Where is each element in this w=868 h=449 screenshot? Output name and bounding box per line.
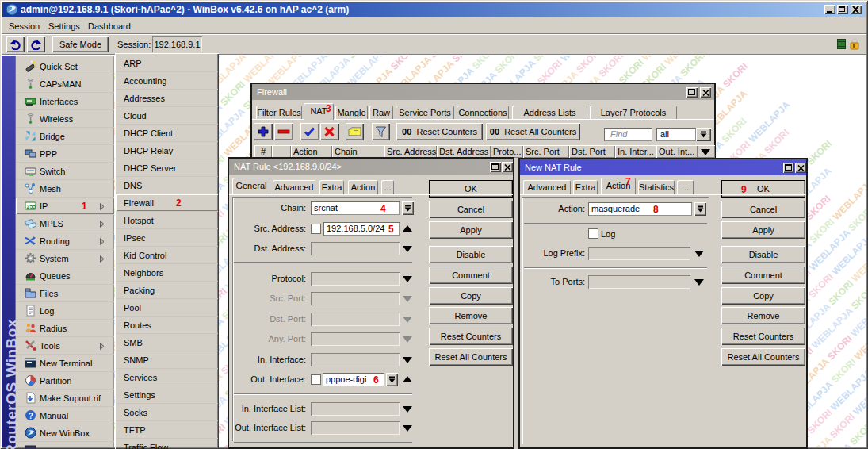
svg-text:?: ?: [29, 412, 33, 420]
svg-text:255: 255: [27, 204, 36, 209]
